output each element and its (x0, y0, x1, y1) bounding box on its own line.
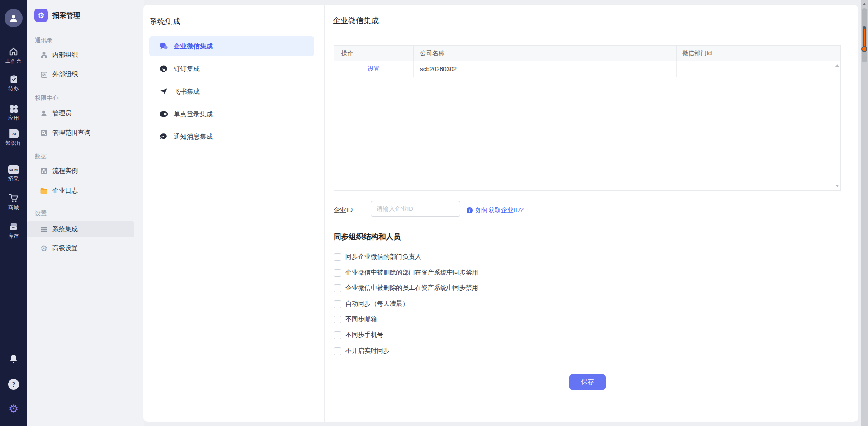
nav-item-label: 飞书集成 (174, 87, 200, 96)
app-logo-gear-icon (34, 9, 48, 22)
paper-plane-icon (159, 87, 168, 96)
rail-item-workbench[interactable]: 工作台 (0, 47, 27, 65)
folder-icon (40, 187, 48, 195)
checkbox-label: 同步企业微信的部门负责人 (345, 253, 421, 261)
title-divider (325, 35, 858, 35)
save-button[interactable]: 保存 (569, 374, 606, 390)
row-wechat-dept-id (677, 61, 834, 77)
section-label-data: 数据 (35, 152, 47, 161)
sidebar-item-enterprise-log[interactable]: 企业日志 (27, 183, 144, 199)
checkbox-icon[interactable] (334, 300, 341, 308)
sidebar-item-admin[interactable]: 管理员 (27, 105, 144, 122)
nav-item-dingtalk[interactable]: 钉钉集成 (149, 59, 314, 79)
rail-item-inventory[interactable]: 库存 (0, 222, 27, 240)
sidebar-item-label: 内部组织 (52, 51, 78, 59)
corp-id-input[interactable] (371, 201, 460, 217)
server-stack-icon (40, 225, 48, 233)
sidebar-item-label: 管理范围查询 (52, 129, 90, 137)
person-icon (9, 13, 19, 23)
checkbox-no-sync-phone[interactable]: 不同步手机号 (334, 331, 383, 339)
nav-item-feishu[interactable]: 飞书集成 (149, 81, 314, 101)
nav-item-label: 企业微信集成 (174, 42, 213, 51)
sidebar-item-external-org[interactable]: 外部组织 (27, 66, 144, 83)
how-to-get-corp-id-link[interactable]: 如何获取企业ID? (476, 206, 524, 214)
checkbox-icon[interactable] (334, 347, 341, 355)
sidebar-item-label: 流程实例 (52, 167, 78, 175)
gear-icon (9, 402, 19, 415)
rail-item-mall[interactable]: 商城 (0, 193, 27, 211)
checkbox-label: 不开启实时同步 (345, 347, 390, 355)
rail-item-label: 商城 (8, 204, 19, 211)
section-label-settings: 设置 (35, 209, 47, 218)
rail-item-apps[interactable]: 应用 (0, 104, 27, 122)
checkbox-icon[interactable] (334, 316, 341, 323)
sidebar-item-label: 外部组织 (52, 71, 78, 79)
sidebar-item-flow-instance[interactable]: 流程实例 (27, 163, 144, 179)
scroll-up-arrow-icon[interactable] (835, 64, 839, 67)
rail-item-label: 待办 (8, 85, 19, 92)
info-icon: i (467, 207, 473, 213)
section-label-permission: 权限中心 (35, 94, 58, 102)
sidebar-item-advanced-settings[interactable]: 高级设置 (27, 240, 144, 256)
scrollbar-up-arrow-icon[interactable] (863, 3, 866, 5)
corp-id-label: 企业ID (334, 206, 353, 214)
external-link-card-icon (40, 71, 48, 79)
row-settings-link[interactable]: 设置 (368, 65, 380, 73)
help-button[interactable]: ? (0, 379, 27, 390)
checkbox-label: 自动同步（每天凌晨） (345, 300, 409, 308)
page-title: 企业微信集成 (333, 15, 379, 26)
sidebar-item-label: 管理员 (52, 109, 71, 118)
checkbox-icon[interactable] (334, 284, 341, 292)
nav-item-wecom[interactable]: 企业微信集成 (149, 36, 314, 56)
checkbox-icon[interactable] (334, 253, 341, 261)
checkbox-no-sync-email[interactable]: 不同步邮箱 (334, 315, 377, 323)
module-sidebar: 招采管理 通讯录 内部组织 外部组织 权限中心 管理员 管理范围查询 数据 流程… (27, 0, 144, 426)
nav-item-notification[interactable]: 通知消息集成 (149, 127, 314, 147)
page-scrollbar[interactable] (861, 0, 868, 426)
nav-item-sso[interactable]: 单点登录集成 (149, 104, 314, 124)
scroll-down-arrow-icon[interactable] (835, 185, 839, 187)
sidebar-item-internal-org[interactable]: 内部组织 (27, 47, 144, 63)
checkbox-icon[interactable] (334, 331, 341, 339)
checkbox-auto-sync[interactable]: 自动同步（每天凌晨） (334, 300, 409, 308)
nav-item-label: 单点登录集成 (174, 110, 213, 118)
column-header-company: 公司名称 (414, 46, 677, 61)
rail-item-srm[interactable]: SRM 招采 (0, 165, 27, 182)
column-header-wechat-dept-id: 微信部门Id (677, 46, 834, 61)
sso-toggle-icon (159, 109, 168, 118)
sidebar-item-label: 企业日志 (52, 187, 78, 195)
app-rail: 工作台 待办 应用 AI 知识库 SRM 招采 商城 库存 ? (0, 0, 27, 426)
thermometer-indicator-icon (861, 26, 867, 54)
table-header-row: 操作 公司名称 微信部门Id (334, 46, 840, 61)
rail-item-todo[interactable]: 待办 (0, 74, 27, 92)
checkbox-label: 不同步手机号 (345, 331, 383, 339)
checkbox-disable-deleted-employee[interactable]: 企业微信中被删除的员工在资产系统中同步禁用 (334, 284, 478, 292)
rail-item-label: 知识库 (5, 140, 22, 147)
integration-nav-panel: 系统集成 企业微信集成 钉钉集成 飞书集成 单点登录集成 通知消息集成 (143, 5, 325, 422)
checkbox-icon[interactable] (334, 269, 341, 277)
rail-item-label: 招采 (8, 175, 19, 182)
admin-person-icon (40, 109, 48, 118)
checkbox-label: 企业微信中被删除的部门在资产系统中同步禁用 (345, 269, 478, 277)
dingtalk-icon (159, 64, 168, 73)
sidebar-item-scope-query[interactable]: 管理范围查询 (27, 125, 144, 141)
table-scrollbar[interactable] (834, 61, 840, 190)
rail-settings-button[interactable] (0, 403, 27, 414)
column-header-action: 操作 (334, 46, 414, 61)
flow-instance-icon (40, 167, 48, 175)
notifications-bell-button[interactable] (0, 354, 27, 366)
chat-bubble-icon (159, 132, 168, 141)
rail-item-label: 库存 (8, 233, 19, 240)
checkbox-no-realtime-sync[interactable]: 不开启实时同步 (334, 347, 390, 355)
rail-item-knowledge[interactable]: AI 知识库 (0, 129, 27, 147)
checkbox-disable-deleted-dept[interactable]: 企业微信中被删除的部门在资产系统中同步禁用 (334, 269, 478, 277)
checkbox-sync-dept-leader[interactable]: 同步企业微信的部门负责人 (334, 253, 421, 261)
table-row: 设置 scb20260302 (334, 61, 840, 77)
nav-item-label: 通知消息集成 (174, 133, 213, 141)
user-avatar[interactable] (5, 9, 23, 27)
sidebar-item-system-integration[interactable]: 系统集成 (27, 221, 134, 237)
cart-icon (9, 193, 19, 203)
nav-item-label: 钉钉集成 (174, 65, 200, 73)
checkbox-label: 不同步邮箱 (345, 315, 377, 323)
rail-divider (6, 158, 21, 158)
